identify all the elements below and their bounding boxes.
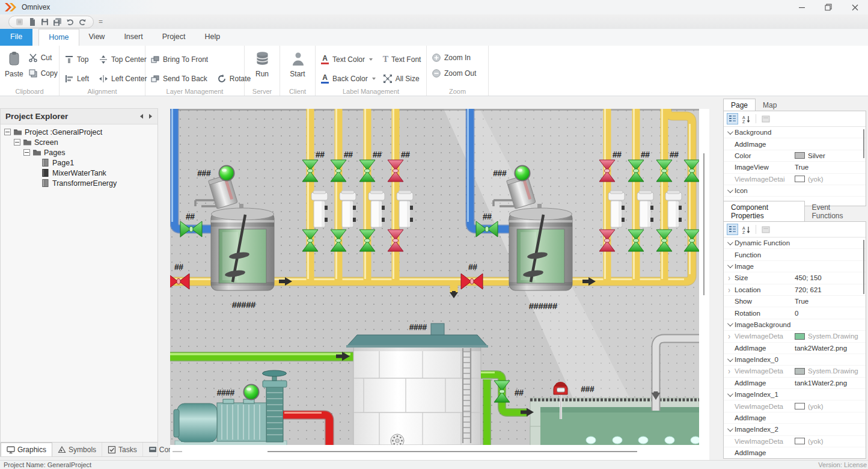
canvas-tag-label[interactable]: ## [316, 150, 325, 159]
undo-icon[interactable] [66, 17, 75, 26]
canvas-horizontal-scrollbar-thumb[interactable] [173, 451, 182, 452]
property-value[interactable]: (yok) [808, 176, 824, 183]
status-lamp-right[interactable] [515, 166, 530, 181]
tree-item-transformerenergy[interactable]: TransformerEnergy [1, 178, 157, 188]
canvas-horizontal-scrollbar[interactable] [267, 451, 637, 452]
design-canvas[interactable]: ########################################… [170, 109, 699, 445]
property-value[interactable]: System.Drawing [808, 367, 858, 375]
property-value[interactable]: (yok) [808, 403, 824, 410]
chevron-down-icon[interactable] [727, 391, 733, 397]
canvas-tag-label[interactable]: ## [186, 212, 195, 221]
canvas-tag-label[interactable]: ### [197, 168, 211, 178]
tree-item-screen[interactable]: Screen [1, 137, 157, 147]
new-file-icon[interactable] [28, 17, 37, 26]
property-row-size[interactable]: ›Size450; 150 [724, 272, 866, 284]
start-button[interactable]: Start [285, 48, 310, 86]
tree-collapse-box[interactable] [14, 139, 20, 146]
save-all-icon[interactable] [53, 17, 62, 26]
storage-tank[interactable] [346, 323, 488, 445]
canvas-tag-label[interactable]: ### [493, 168, 507, 178]
canvas-tag-label[interactable]: ## [515, 388, 524, 397]
property-category-imagebackground[interactable]: ImageBackground [724, 319, 866, 331]
property-row-viewimagedetai[interactable]: ViewImageDetai(yok) [724, 174, 866, 185]
property-row-viewimagedeta[interactable]: ViewImageDeta(yok) [724, 436, 866, 447]
chevron-down-icon[interactable] [727, 263, 733, 269]
tab-component-properties[interactable]: Component Properties [723, 201, 805, 221]
text-font-button[interactable]: T Text Font [383, 54, 421, 64]
canvas-tag-label[interactable]: ## [483, 212, 492, 221]
property-pages-icon[interactable] [760, 113, 771, 124]
canvas-tag-label[interactable]: ## [468, 262, 477, 272]
chevron-down-icon[interactable] [727, 129, 733, 135]
canvas-tag-label[interactable]: ##### [231, 299, 255, 310]
treatment-pool[interactable] [530, 398, 699, 445]
align-top-button[interactable]: Top [64, 54, 89, 64]
tree-item-project-generalproject[interactable]: Project :GeneralProject [1, 127, 157, 137]
tab-map[interactable]: Map [756, 99, 784, 111]
sort-alpha-icon[interactable]: AZ [741, 224, 752, 235]
property-row-function[interactable]: Function [724, 249, 866, 260]
chevron-down-icon[interactable] [727, 187, 733, 193]
pump-status-lamp[interactable] [244, 385, 259, 400]
property-value[interactable]: True [795, 298, 808, 305]
property-row-addimage[interactable]: AddImage [724, 412, 866, 424]
property-row-imageview[interactable]: ImageViewTrue [724, 162, 866, 173]
tree-item-pages[interactable]: Pages [1, 147, 157, 158]
property-row-rotation[interactable]: Rotation0 [724, 307, 866, 319]
property-category-imageindex-1[interactable]: ImageIndex_1 [724, 389, 866, 400]
redo-icon[interactable] [78, 17, 87, 26]
property-row-viewimagedeta[interactable]: ›ViewImageDetaSystem.Drawing [724, 331, 866, 342]
component-grid-scrollbar[interactable] [863, 240, 864, 294]
property-value[interactable]: tank2Water2.png [795, 345, 847, 352]
tree-collapse-box[interactable] [23, 149, 30, 156]
property-row-addimage[interactable]: AddImagetank1Water2.png [724, 378, 866, 389]
bottom-tab-symbols[interactable]: Symbols [52, 443, 102, 456]
property-category-background[interactable]: Background [724, 127, 866, 138]
status-lamp-left[interactable] [219, 166, 234, 181]
property-value[interactable]: 450; 150 [795, 274, 822, 281]
app-menu-icon[interactable] [15, 17, 24, 26]
all-size-button[interactable]: All Size [383, 74, 421, 84]
run-button[interactable]: Run [249, 48, 275, 86]
tab-project[interactable]: Project [153, 29, 195, 46]
property-row-addimage[interactable]: AddImagetank2Water2.png [724, 343, 866, 354]
bottom-tab-graphics[interactable]: Graphics [1, 443, 52, 456]
property-value[interactable]: tank1Water2.png [795, 379, 847, 387]
tab-file[interactable]: File [0, 29, 32, 46]
bring-to-front-button[interactable]: Bring To Front [150, 54, 251, 64]
page-grid-scrollbar[interactable] [863, 129, 864, 158]
tree-item-mixerwatertank[interactable]: MixerWaterTank [1, 168, 157, 178]
scroll-right-icon[interactable] [148, 114, 153, 119]
property-row-location[interactable]: ›Location720; 621 [724, 284, 866, 296]
cut-button[interactable]: Cut [28, 52, 58, 63]
property-value[interactable]: 0 [795, 310, 798, 317]
canvas-tag-label[interactable]: #### [409, 322, 427, 332]
property-row-viewimagedeta[interactable]: ViewImageDeta(yok) [724, 400, 866, 412]
bottom-tab-tasks[interactable]: Tasks [102, 443, 143, 456]
restore-button[interactable] [815, 0, 842, 14]
minimize-button[interactable] [789, 0, 815, 14]
canvas-tag-label[interactable]: ## [670, 150, 679, 159]
paste-button[interactable]: Paste [5, 48, 23, 86]
align-left-button[interactable]: Left [64, 74, 89, 84]
tab-help[interactable]: Help [195, 29, 230, 46]
canvas-tag-label[interactable]: #### [216, 388, 234, 397]
property-value[interactable]: Silver [808, 152, 825, 159]
property-category-dynamic-function[interactable]: Dynamic Function [724, 238, 866, 249]
customize-toolbar-icon[interactable]: = [99, 17, 103, 26]
canvas-tag-label[interactable]: ###### [528, 301, 557, 311]
tree-item-page1[interactable]: Page1 [1, 158, 157, 168]
chevron-down-icon[interactable] [727, 426, 733, 432]
close-button[interactable] [842, 0, 868, 14]
property-row-show[interactable]: ShowTrue [724, 296, 866, 307]
property-value[interactable]: 720; 621 [795, 286, 822, 293]
property-value[interactable]: System.Drawing [808, 333, 858, 340]
canvas-tag-label[interactable]: ## [613, 150, 622, 159]
text-color-button[interactable]: A Text Color [320, 54, 376, 64]
tree-collapse-box[interactable] [4, 129, 11, 135]
save-icon[interactable] [40, 17, 49, 26]
back-color-button[interactable]: A Back Color [320, 74, 376, 84]
text-color-dropdown[interactable] [369, 58, 373, 61]
send-to-back-button[interactable]: Send To Back [150, 74, 207, 84]
canvas-vertical-scrollbar[interactable] [703, 153, 704, 295]
